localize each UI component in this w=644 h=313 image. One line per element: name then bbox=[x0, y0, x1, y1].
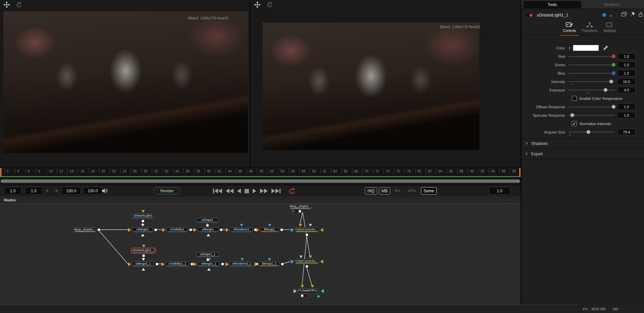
gear-icon[interactable] bbox=[315, 290, 318, 292]
quality-hiq-button[interactable]: HiQ bbox=[365, 187, 377, 195]
bottom-output-square[interactable] bbox=[206, 258, 209, 261]
slider-knob[interactable] bbox=[570, 113, 574, 117]
section-shadows[interactable]: Shadows bbox=[521, 139, 644, 149]
output-square[interactable] bbox=[221, 263, 224, 266]
tab-modifiers[interactable]: Modifiers bbox=[582, 1, 642, 8]
tab-tools[interactable]: Tools bbox=[523, 1, 581, 8]
slider-track[interactable] bbox=[568, 90, 615, 90]
section-export[interactable]: Export bbox=[521, 149, 644, 159]
nodes-panel-menu-icon[interactable]: ··· bbox=[506, 197, 513, 202]
slider-track[interactable] bbox=[568, 73, 615, 74]
slider-track[interactable] bbox=[568, 107, 615, 107]
global-end-field[interactable]: 100.0 bbox=[83, 187, 102, 195]
input-arrow[interactable] bbox=[128, 228, 131, 232]
color-swatch[interactable] bbox=[573, 45, 599, 51]
pan-icon[interactable] bbox=[3, 1, 10, 8]
output-square[interactable] bbox=[280, 228, 283, 231]
node-deep_simple2[interactable]: deep_simple2.... bbox=[290, 204, 312, 209]
input-arrow[interactable] bbox=[194, 228, 197, 232]
bottom-output-square[interactable] bbox=[141, 220, 144, 223]
node-uMerge1[interactable]: uMerge1 bbox=[198, 227, 218, 232]
step-back-button[interactable]: < bbox=[46, 188, 48, 194]
slider-knob[interactable] bbox=[609, 80, 613, 83]
scrollbar-left-handle[interactable] bbox=[1, 180, 4, 183]
input-arrow[interactable] bbox=[128, 262, 131, 266]
subtab-settings[interactable]: Settings bbox=[600, 22, 619, 35]
node-Bitmap1_1[interactable]: Bitmap1_1 bbox=[259, 262, 280, 267]
top-input-triangle[interactable] bbox=[309, 256, 312, 258]
node-deep_simple2[interactable]: deep_simple2.... bbox=[74, 227, 96, 232]
bottom-output-square[interactable] bbox=[305, 233, 308, 236]
copy-icon[interactable] bbox=[621, 12, 627, 18]
node-uMerge1_1[interactable]: uMerge1_1 bbox=[198, 262, 220, 267]
input-arrow[interactable] bbox=[162, 262, 165, 266]
input-arrow[interactable] bbox=[255, 262, 258, 266]
scrollbar-right-handle[interactable] bbox=[517, 180, 520, 183]
timeline-scrollbar[interactable] bbox=[1, 180, 520, 183]
quality-mb-button[interactable]: MB bbox=[379, 187, 390, 195]
mask-input-triangle[interactable] bbox=[207, 234, 210, 236]
chevron-down-icon[interactable] bbox=[609, 12, 613, 18]
quality-prx-button[interactable]: Prx bbox=[392, 187, 403, 195]
node-uDistantLight1_1[interactable]: uDistantLight1_1 bbox=[131, 248, 156, 253]
node-ColorCorrector[interactable]: ColorCorrector... bbox=[295, 259, 318, 264]
node-Bitmap1[interactable]: Bitmap1 bbox=[260, 227, 279, 232]
checkbox[interactable] bbox=[572, 96, 577, 101]
loop-button[interactable] bbox=[288, 188, 295, 194]
checkbox[interactable]: ✓ bbox=[572, 121, 577, 126]
top-input-triangle[interactable] bbox=[241, 258, 244, 261]
node-uMerge2[interactable]: uMerge2 bbox=[132, 227, 153, 232]
playhead-marker[interactable] bbox=[0, 168, 1, 176]
top-input-triangle[interactable] bbox=[268, 258, 271, 261]
slider-track[interactable] bbox=[568, 115, 615, 116]
slider-knob[interactable] bbox=[612, 71, 615, 75]
slider-knob[interactable] bbox=[612, 63, 615, 67]
node-uShape1[interactable]: uShape1 bbox=[197, 218, 218, 223]
input-arrow[interactable] bbox=[194, 262, 197, 266]
viewer-right-image[interactable] bbox=[263, 23, 479, 150]
output-arrow[interactable] bbox=[320, 260, 323, 264]
top-input-triangle[interactable] bbox=[141, 224, 144, 227]
input-arrow[interactable] bbox=[162, 228, 165, 232]
node-uVisibility1[interactable]: uVisibility1 bbox=[166, 227, 188, 232]
node-uRenderer2_1[interactable]: uRenderer2_1 bbox=[230, 262, 254, 267]
top-input-triangle[interactable] bbox=[299, 224, 302, 227]
eyedropper-icon[interactable] bbox=[603, 45, 608, 51]
input-arrow[interactable] bbox=[226, 228, 229, 232]
output-square[interactable] bbox=[189, 228, 192, 231]
output-square[interactable] bbox=[220, 228, 223, 231]
mask-input-triangle[interactable] bbox=[142, 268, 145, 271]
render-button[interactable]: Render bbox=[154, 187, 180, 194]
aux-input-triangle[interactable] bbox=[317, 295, 320, 297]
value-box[interactable]: 79.4 bbox=[617, 129, 636, 135]
value-box[interactable]: 1.0 bbox=[617, 70, 636, 76]
slider-knob[interactable] bbox=[604, 88, 607, 92]
top-input-triangle[interactable] bbox=[301, 285, 304, 288]
top-input-triangle[interactable] bbox=[299, 256, 303, 258]
top-input-triangle[interactable] bbox=[268, 224, 271, 227]
slider-knob[interactable] bbox=[587, 130, 590, 134]
version-color-dot[interactable] bbox=[602, 13, 606, 17]
viewer-left[interactable]: [Main]: 1280x720 float32 bbox=[0, 0, 250, 167]
bottom-output-square[interactable] bbox=[206, 224, 209, 227]
output-arrow[interactable] bbox=[320, 228, 323, 232]
input-arrow[interactable] bbox=[291, 260, 294, 264]
top-input-triangle[interactable] bbox=[142, 245, 145, 247]
slider-track[interactable] bbox=[568, 81, 615, 82]
quality-aprx-button[interactable]: APrx bbox=[405, 187, 419, 195]
play-button[interactable] bbox=[253, 189, 256, 193]
node-uMerge2_1[interactable]: uMerge2_1 bbox=[132, 262, 154, 267]
rewind-button[interactable] bbox=[226, 189, 233, 193]
bottom-output-square[interactable] bbox=[142, 254, 145, 257]
output-square[interactable] bbox=[97, 228, 100, 231]
value-box[interactable]: 1.0 bbox=[617, 104, 636, 110]
input-arrow[interactable] bbox=[256, 228, 259, 232]
node-attachment[interactable] bbox=[292, 209, 302, 213]
input-arrow[interactable] bbox=[294, 289, 297, 293]
timeline-ruler[interactable]: 2468101214161820222426283032343638404244… bbox=[0, 167, 521, 177]
output-square[interactable] bbox=[298, 210, 301, 213]
stop-button[interactable] bbox=[245, 189, 249, 193]
value-box[interactable]: 4.0 bbox=[617, 87, 636, 93]
go-first-button[interactable] bbox=[213, 189, 222, 193]
value-box[interactable]: 1.0 bbox=[617, 112, 636, 118]
